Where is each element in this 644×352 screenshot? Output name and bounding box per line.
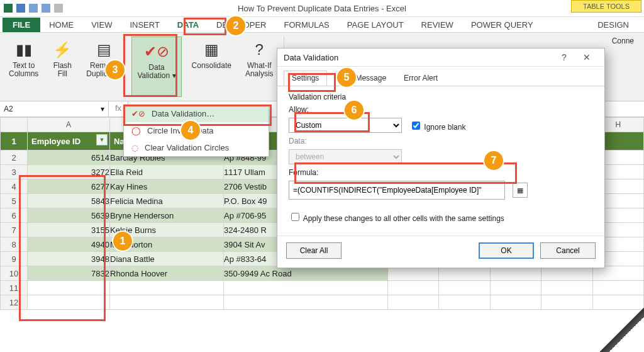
tab-settings[interactable]: Settings: [284, 71, 327, 86]
table-tools-tab[interactable]: TABLE TOOLS: [571, 0, 641, 13]
data-validation-dialog: Data Validation ? ✕ Settings Input Messa…: [277, 48, 605, 268]
tab-file[interactable]: FILE: [3, 18, 40, 32]
badge-3: 3: [106, 60, 125, 79]
cell-name[interactable]: Ella Reid: [110, 165, 224, 179]
ribbon-tabs: FILE HOME VIEW INSERT DATA DEVELOPER FOR…: [0, 17, 644, 33]
badge-7: 7: [484, 151, 503, 170]
remove-duplicates-icon: ▤: [94, 39, 114, 59]
tab-formulas[interactable]: FORMULAS: [275, 18, 338, 32]
title-bar: How To Prevent Duplicate Data Entries - …: [0, 0, 644, 17]
tab-error-alert[interactable]: Error Alert: [396, 71, 446, 86]
help-button[interactable]: ?: [553, 52, 575, 62]
excel-icon: [4, 4, 13, 13]
dialog-tabs: Settings Input Message Error Alert: [277, 67, 604, 86]
cell-name[interactable]: Diana Battle: [110, 252, 224, 266]
tab-pagelayout[interactable]: PAGE LAYOUT: [338, 18, 413, 32]
cell-employee-id[interactable]: 5843: [28, 194, 110, 208]
filter-arrow-icon[interactable]: ▼: [96, 134, 108, 145]
cell-name[interactable]: Kay Hines: [110, 179, 224, 194]
ok-button[interactable]: OK: [479, 242, 534, 259]
menu-clear-circles[interactable]: ◌Clear Validation Circles: [124, 139, 269, 156]
cell-name[interactable]: Bryne Henderson: [110, 208, 224, 223]
cell-employee-id[interactable]: 5639: [28, 208, 110, 223]
quick-access-toolbar: [0, 4, 67, 13]
allow-select[interactable]: Custom: [289, 118, 402, 133]
tab-insert[interactable]: INSERT: [121, 18, 168, 32]
dialog-body: Validation criteria Allow: Custom Ignore…: [277, 86, 604, 236]
cell-employee-id[interactable]: 4940: [28, 237, 110, 252]
dialog-titlebar[interactable]: Data Validation ? ✕: [277, 48, 604, 67]
name-box[interactable]: A2▾: [0, 101, 109, 116]
consolidate-icon: ▦: [201, 39, 221, 59]
tab-view[interactable]: VIEW: [82, 18, 121, 32]
flash-fill-button[interactable]: ⚡Flash Fill: [52, 39, 72, 78]
redo-icon[interactable]: [42, 4, 50, 13]
header-employee-id[interactable]: Employee ID▼: [28, 132, 110, 150]
badge-4: 4: [181, 121, 200, 140]
cancel-button[interactable]: Cancel: [540, 242, 596, 259]
dialog-buttons: Clear All OK Cancel: [277, 236, 604, 268]
cell-employee-id[interactable]: 3948: [28, 252, 110, 266]
data-validation-button[interactable]: ✔⊘Data Validation ▾: [137, 41, 175, 80]
formula-label: Formula:: [289, 168, 593, 177]
tab-powerquery[interactable]: POWER QUERY: [462, 18, 542, 32]
new-icon[interactable]: [54, 4, 63, 13]
text-to-columns-button[interactable]: ▮▮Text to Columns: [9, 39, 38, 78]
data-select: between: [289, 149, 402, 164]
ignore-blank-checkbox[interactable]: Ignore blank: [409, 120, 465, 132]
badge-6: 6: [345, 101, 364, 120]
criteria-label: Validation criteria: [289, 93, 593, 101]
tab-data[interactable]: DATA: [169, 18, 208, 32]
cell-employee-id[interactable]: 3272: [28, 165, 110, 179]
data-label: Data:: [289, 137, 593, 145]
cell-employee-id[interactable]: 3155: [28, 223, 110, 237]
consolidate-button[interactable]: ▦Consolidate: [192, 39, 231, 70]
tab-review[interactable]: REVIEW: [413, 18, 462, 32]
columns-icon: ▮▮: [14, 39, 34, 59]
save-icon[interactable]: [16, 4, 25, 13]
page-curl-decoration: [600, 308, 644, 352]
window-title: How To Prevent Duplicate Data Entries - …: [238, 4, 406, 13]
cell-name[interactable]: Rhonda Hoover: [110, 266, 224, 281]
close-button[interactable]: ✕: [575, 52, 598, 62]
cell-employee-id[interactable]: 6277: [28, 179, 110, 194]
cell-employee-id[interactable]: 6514: [28, 150, 110, 165]
dialog-title: Data Validation: [284, 53, 553, 62]
what-if-icon: ?: [249, 39, 269, 59]
clear-circles-icon: ◌: [131, 143, 138, 152]
flash-fill-icon: ⚡: [52, 39, 72, 59]
checkmark-icon: ✔⊘: [131, 109, 145, 118]
badge-5: 5: [337, 68, 356, 87]
menu-data-validation[interactable]: ✔⊘Data Validation…: [124, 105, 269, 122]
apply-all-checkbox[interactable]: Apply these changes to all other cells w…: [289, 211, 504, 223]
badge-1: 1: [113, 232, 132, 251]
cell-name[interactable]: Felicia Medina: [110, 194, 224, 208]
what-if-button[interactable]: ?What-If Analysis: [245, 39, 274, 78]
allow-label: Allow:: [289, 105, 593, 114]
range-picker-icon[interactable]: ▦: [513, 183, 528, 198]
ribbon-right-partial: Conne: [612, 37, 639, 45]
clear-all-button[interactable]: Clear All: [286, 242, 341, 259]
tab-home[interactable]: HOME: [40, 18, 82, 32]
badge-2: 2: [226, 16, 245, 35]
data-validation-icon: ✔⊘: [147, 41, 167, 61]
circle-invalid-icon: ◯: [131, 126, 141, 135]
tab-design[interactable]: DESIGN: [589, 18, 638, 32]
undo-icon[interactable]: [29, 4, 38, 13]
col-A[interactable]: A: [28, 118, 110, 132]
cell-employee-id[interactable]: 7832: [28, 266, 110, 281]
formula-input[interactable]: [289, 181, 505, 200]
